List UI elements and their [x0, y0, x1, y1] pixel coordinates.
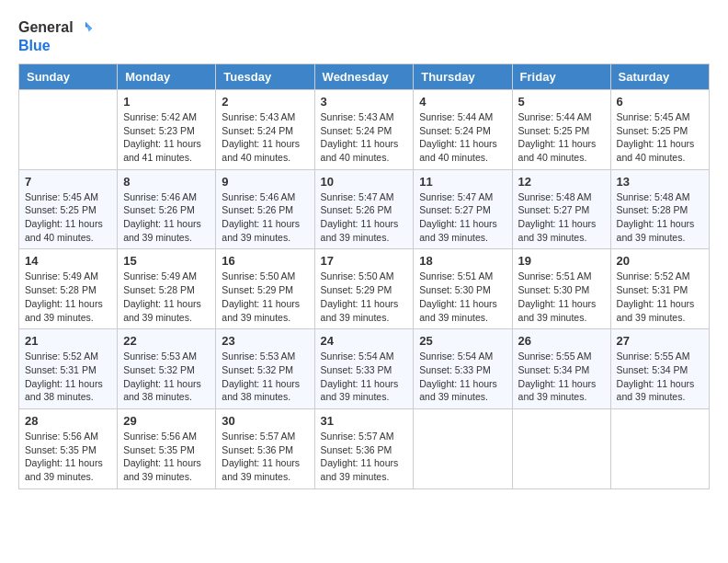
day-info: Sunrise: 5:52 AMSunset: 5:31 PMDaylight:…: [617, 270, 703, 324]
calendar-cell: 20Sunrise: 5:52 AMSunset: 5:31 PMDayligh…: [610, 249, 709, 329]
logo: General Blue: [18, 18, 94, 54]
header: General Blue: [18, 18, 710, 54]
calendar-cell: 14Sunrise: 5:49 AMSunset: 5:28 PMDayligh…: [19, 249, 118, 329]
day-info: Sunrise: 5:50 AMSunset: 5:29 PMDaylight:…: [222, 270, 308, 324]
day-number: 7: [25, 175, 111, 189]
day-info: Sunrise: 5:57 AMSunset: 5:36 PMDaylight:…: [222, 430, 308, 484]
calendar-cell: 25Sunrise: 5:54 AMSunset: 5:33 PMDayligh…: [414, 329, 512, 409]
calendar-cell: 2Sunrise: 5:43 AMSunset: 5:24 PMDaylight…: [216, 89, 314, 169]
day-info: Sunrise: 5:42 AMSunset: 5:23 PMDaylight:…: [123, 110, 210, 165]
day-info: Sunrise: 5:57 AMSunset: 5:36 PMDaylight:…: [321, 430, 408, 484]
day-number: 25: [419, 334, 506, 348]
column-header-monday: Monday: [118, 63, 216, 89]
calendar-cell: 3Sunrise: 5:43 AMSunset: 5:24 PMDaylight…: [314, 89, 414, 169]
column-header-sunday: Sunday: [19, 63, 118, 89]
calendar: SundayMondayTuesdayWednesdayThursdayFrid…: [18, 63, 710, 489]
day-info: Sunrise: 5:56 AMSunset: 5:35 PMDaylight:…: [25, 430, 111, 484]
day-info: Sunrise: 5:43 AMSunset: 5:24 PMDaylight:…: [321, 110, 408, 165]
calendar-cell: 24Sunrise: 5:54 AMSunset: 5:33 PMDayligh…: [314, 329, 414, 409]
day-info: Sunrise: 5:47 AMSunset: 5:26 PMDaylight:…: [321, 190, 408, 245]
day-info: Sunrise: 5:55 AMSunset: 5:34 PMDaylight:…: [617, 350, 703, 404]
calendar-cell: 15Sunrise: 5:49 AMSunset: 5:28 PMDayligh…: [118, 249, 216, 329]
day-number: 23: [222, 334, 308, 348]
day-info: Sunrise: 5:56 AMSunset: 5:35 PMDaylight:…: [123, 430, 210, 484]
column-header-tuesday: Tuesday: [216, 63, 314, 89]
logo-wing-icon: [77, 20, 94, 37]
day-number: 4: [419, 95, 506, 109]
day-number: 17: [321, 254, 408, 268]
day-number: 13: [617, 175, 703, 189]
day-number: 18: [419, 254, 506, 268]
calendar-cell: 1Sunrise: 5:42 AMSunset: 5:23 PMDaylight…: [118, 89, 216, 169]
day-info: Sunrise: 5:55 AMSunset: 5:34 PMDaylight:…: [518, 350, 605, 404]
day-info: Sunrise: 5:54 AMSunset: 5:33 PMDaylight:…: [321, 350, 408, 404]
calendar-cell: 11Sunrise: 5:47 AMSunset: 5:27 PMDayligh…: [414, 169, 512, 249]
day-info: Sunrise: 5:43 AMSunset: 5:24 PMDaylight:…: [222, 110, 308, 165]
calendar-cell: 4Sunrise: 5:44 AMSunset: 5:24 PMDaylight…: [414, 89, 512, 169]
calendar-cell: [512, 408, 610, 488]
day-number: 1: [123, 95, 210, 109]
day-number: 6: [617, 95, 703, 109]
day-number: 2: [222, 95, 308, 109]
day-info: Sunrise: 5:51 AMSunset: 5:30 PMDaylight:…: [518, 270, 605, 324]
calendar-cell: 23Sunrise: 5:53 AMSunset: 5:32 PMDayligh…: [216, 329, 314, 409]
calendar-cell: 5Sunrise: 5:44 AMSunset: 5:25 PMDaylight…: [512, 89, 610, 169]
calendar-header-row: SundayMondayTuesdayWednesdayThursdayFrid…: [19, 63, 710, 89]
day-info: Sunrise: 5:49 AMSunset: 5:28 PMDaylight:…: [123, 270, 210, 324]
day-info: Sunrise: 5:52 AMSunset: 5:31 PMDaylight:…: [25, 350, 111, 404]
day-number: 15: [123, 254, 210, 268]
column-header-saturday: Saturday: [610, 63, 709, 89]
day-number: 27: [617, 334, 703, 348]
day-info: Sunrise: 5:46 AMSunset: 5:26 PMDaylight:…: [123, 190, 210, 245]
day-number: 16: [222, 254, 308, 268]
day-number: 22: [123, 334, 210, 348]
day-number: 10: [321, 175, 408, 189]
day-info: Sunrise: 5:46 AMSunset: 5:26 PMDaylight:…: [222, 190, 308, 245]
day-number: 30: [222, 414, 308, 428]
day-number: 26: [518, 334, 605, 348]
calendar-cell: 30Sunrise: 5:57 AMSunset: 5:36 PMDayligh…: [216, 408, 314, 488]
day-info: Sunrise: 5:51 AMSunset: 5:30 PMDaylight:…: [419, 270, 506, 324]
day-info: Sunrise: 5:47 AMSunset: 5:27 PMDaylight:…: [419, 190, 506, 245]
column-header-friday: Friday: [512, 63, 610, 89]
day-info: Sunrise: 5:53 AMSunset: 5:32 PMDaylight:…: [123, 350, 210, 404]
day-number: 8: [123, 175, 210, 189]
calendar-cell: [610, 408, 709, 488]
calendar-cell: 6Sunrise: 5:45 AMSunset: 5:25 PMDaylight…: [610, 89, 709, 169]
calendar-week-2: 7Sunrise: 5:45 AMSunset: 5:25 PMDaylight…: [19, 169, 710, 249]
logo-text: General Blue: [18, 18, 94, 54]
calendar-cell: 12Sunrise: 5:48 AMSunset: 5:27 PMDayligh…: [512, 169, 610, 249]
calendar-week-5: 28Sunrise: 5:56 AMSunset: 5:35 PMDayligh…: [19, 408, 710, 488]
calendar-cell: [19, 89, 118, 169]
day-number: 19: [518, 254, 605, 268]
day-number: 29: [123, 414, 210, 428]
calendar-cell: 19Sunrise: 5:51 AMSunset: 5:30 PMDayligh…: [512, 249, 610, 329]
day-number: 11: [419, 175, 506, 189]
day-info: Sunrise: 5:48 AMSunset: 5:27 PMDaylight:…: [518, 190, 605, 245]
calendar-cell: 8Sunrise: 5:46 AMSunset: 5:26 PMDaylight…: [118, 169, 216, 249]
calendar-cell: 28Sunrise: 5:56 AMSunset: 5:35 PMDayligh…: [19, 408, 118, 488]
calendar-cell: 26Sunrise: 5:55 AMSunset: 5:34 PMDayligh…: [512, 329, 610, 409]
calendar-cell: 21Sunrise: 5:52 AMSunset: 5:31 PMDayligh…: [19, 329, 118, 409]
calendar-cell: 31Sunrise: 5:57 AMSunset: 5:36 PMDayligh…: [314, 408, 414, 488]
day-number: 21: [25, 334, 111, 348]
day-number: 20: [617, 254, 703, 268]
day-info: Sunrise: 5:50 AMSunset: 5:29 PMDaylight:…: [321, 270, 408, 324]
day-number: 9: [222, 175, 308, 189]
day-info: Sunrise: 5:49 AMSunset: 5:28 PMDaylight:…: [25, 270, 111, 324]
day-number: 31: [321, 414, 408, 428]
day-number: 5: [518, 95, 605, 109]
calendar-week-4: 21Sunrise: 5:52 AMSunset: 5:31 PMDayligh…: [19, 329, 710, 409]
calendar-week-1: 1Sunrise: 5:42 AMSunset: 5:23 PMDaylight…: [19, 89, 710, 169]
column-header-thursday: Thursday: [414, 63, 512, 89]
calendar-cell: [414, 408, 512, 488]
day-number: 3: [321, 95, 408, 109]
calendar-cell: 18Sunrise: 5:51 AMSunset: 5:30 PMDayligh…: [414, 249, 512, 329]
day-number: 14: [25, 254, 111, 268]
calendar-week-3: 14Sunrise: 5:49 AMSunset: 5:28 PMDayligh…: [19, 249, 710, 329]
day-number: 24: [321, 334, 408, 348]
day-number: 12: [518, 175, 605, 189]
calendar-cell: 13Sunrise: 5:48 AMSunset: 5:28 PMDayligh…: [610, 169, 709, 249]
calendar-cell: 29Sunrise: 5:56 AMSunset: 5:35 PMDayligh…: [118, 408, 216, 488]
day-info: Sunrise: 5:48 AMSunset: 5:28 PMDaylight:…: [617, 190, 703, 245]
